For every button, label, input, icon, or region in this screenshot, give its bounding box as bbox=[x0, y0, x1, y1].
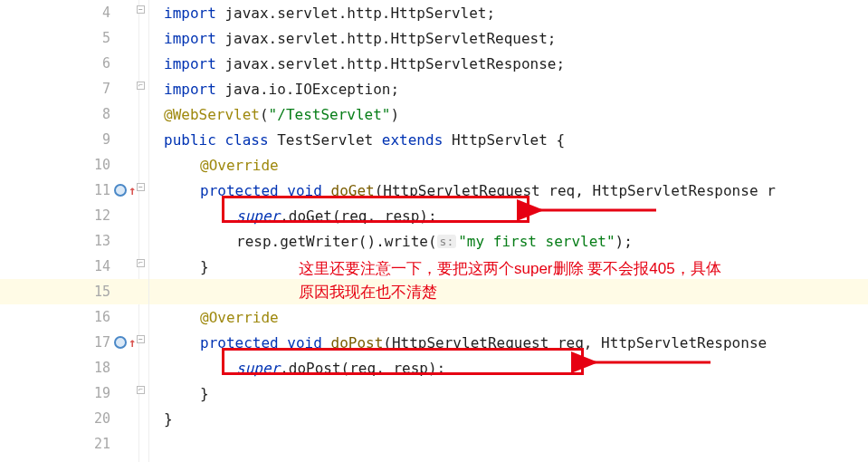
line-number: 17 bbox=[85, 334, 110, 351]
code-line: import javax.servlet.http.HttpServletReq… bbox=[149, 25, 868, 51]
line-number-row[interactable]: 12 bbox=[0, 203, 148, 228]
code-editor: − ⌐ − ⌐ − ⌐ 4567891011↑121314151617↑1819… bbox=[0, 0, 868, 462]
line-number-row[interactable]: 10 bbox=[0, 152, 148, 178]
code-line: } bbox=[149, 380, 868, 406]
line-number: 4 bbox=[85, 5, 110, 21]
code-line: @Override bbox=[149, 152, 868, 178]
line-number-row[interactable]: 4 bbox=[0, 0, 148, 25]
line-number: 15 bbox=[85, 284, 110, 300]
code-line: super.doPost(req, resp); bbox=[149, 355, 868, 380]
line-number: 19 bbox=[85, 385, 110, 401]
method-name: doGet bbox=[331, 182, 375, 199]
line-number-row[interactable]: 18 bbox=[0, 355, 148, 380]
line-number: 20 bbox=[85, 410, 110, 427]
line-number: 9 bbox=[85, 131, 110, 148]
code-text: java.io.IOException; bbox=[224, 81, 399, 98]
line-number-row[interactable]: 6 bbox=[0, 51, 148, 76]
code-line: import java.io.IOException; bbox=[149, 76, 868, 101]
line-number-row[interactable]: 15 bbox=[0, 279, 148, 304]
line-number-row[interactable]: 7 bbox=[0, 76, 148, 101]
code-line: @Override bbox=[149, 304, 868, 330]
code-line: @WebServlet("/TestServlet") bbox=[149, 101, 868, 127]
annotation: @Override bbox=[200, 157, 279, 174]
keyword: public class bbox=[164, 131, 277, 149]
line-number: 5 bbox=[85, 30, 110, 46]
keyword: import bbox=[164, 30, 224, 47]
line-number: 10 bbox=[85, 157, 110, 173]
line-number-row[interactable]: 17↑ bbox=[0, 330, 148, 355]
code-line: public class TestServlet extends HttpSer… bbox=[149, 127, 868, 152]
line-number-row[interactable]: 5 bbox=[0, 25, 148, 51]
code-line: protected void doGet(HttpServletRequest … bbox=[149, 178, 868, 203]
override-up-icon[interactable]: ↑ bbox=[129, 335, 136, 350]
line-number: 11 bbox=[85, 182, 110, 198]
code-line: } bbox=[149, 406, 868, 431]
line-number: 13 bbox=[85, 233, 110, 249]
keyword: import bbox=[164, 81, 224, 98]
breakpoint-icon[interactable] bbox=[114, 184, 127, 197]
keyword: extends bbox=[382, 131, 452, 149]
line-number: 12 bbox=[85, 207, 110, 224]
code-line-highlighted[interactable] bbox=[149, 279, 868, 304]
code-line: super.doGet(req, resp); bbox=[149, 203, 868, 228]
line-number: 6 bbox=[85, 55, 110, 72]
keyword: super bbox=[236, 207, 280, 225]
code-area[interactable]: import javax.servlet.http.HttpServlet; i… bbox=[149, 0, 868, 462]
override-up-icon[interactable]: ↑ bbox=[129, 183, 136, 197]
line-number-row[interactable]: 16 bbox=[0, 304, 148, 330]
code-text: javax.servlet.http.HttpServlet; bbox=[224, 5, 495, 22]
annotation: @WebServlet bbox=[164, 106, 260, 123]
code-line: protected void doPost(HttpServletRequest… bbox=[149, 330, 868, 355]
line-number-row[interactable]: 8 bbox=[0, 101, 148, 127]
gutter-icons: ↑ bbox=[114, 183, 141, 197]
line-number-row[interactable]: 20 bbox=[0, 406, 148, 431]
breakpoint-icon[interactable] bbox=[114, 336, 127, 349]
code-line: import javax.servlet.http.HttpServlet; bbox=[149, 0, 868, 25]
line-number-row[interactable]: 13 bbox=[0, 228, 148, 254]
code-line: resp.getWriter().write(s:"my first servl… bbox=[149, 228, 868, 254]
annotation: @Override bbox=[200, 309, 279, 326]
line-number: 16 bbox=[85, 309, 110, 325]
method-name: doPost bbox=[331, 334, 384, 351]
code-text: javax.servlet.http.HttpServletRequest; bbox=[224, 30, 556, 47]
line-number-row[interactable]: 19 bbox=[0, 380, 148, 406]
param-hint: s: bbox=[437, 235, 457, 248]
code-line: import javax.servlet.http.HttpServletRes… bbox=[149, 51, 868, 76]
keyword: import bbox=[164, 55, 224, 72]
keyword: protected void bbox=[200, 182, 331, 199]
line-number: 7 bbox=[85, 81, 110, 97]
keyword: protected void bbox=[200, 334, 331, 351]
keyword: import bbox=[164, 5, 224, 22]
line-number-row[interactable]: 9 bbox=[0, 127, 148, 152]
keyword: super bbox=[236, 360, 280, 377]
line-number-row[interactable]: 14 bbox=[0, 254, 148, 279]
string: "my first servlet" bbox=[458, 233, 615, 250]
line-number: 21 bbox=[85, 436, 110, 452]
gutter: − ⌐ − ⌐ − ⌐ 4567891011↑121314151617↑1819… bbox=[0, 0, 149, 462]
line-number: 8 bbox=[85, 106, 110, 122]
gutter-icons: ↑ bbox=[114, 335, 141, 350]
code-line: } bbox=[149, 254, 868, 279]
line-number: 14 bbox=[85, 258, 110, 274]
line-number-row[interactable]: 21 bbox=[0, 431, 148, 457]
line-number: 18 bbox=[85, 360, 110, 376]
code-text: javax.servlet.http.HttpServletResponse; bbox=[224, 55, 565, 72]
line-number-row[interactable]: 11↑ bbox=[0, 178, 148, 203]
string: "/TestServlet" bbox=[269, 106, 391, 123]
code-line bbox=[149, 431, 868, 457]
